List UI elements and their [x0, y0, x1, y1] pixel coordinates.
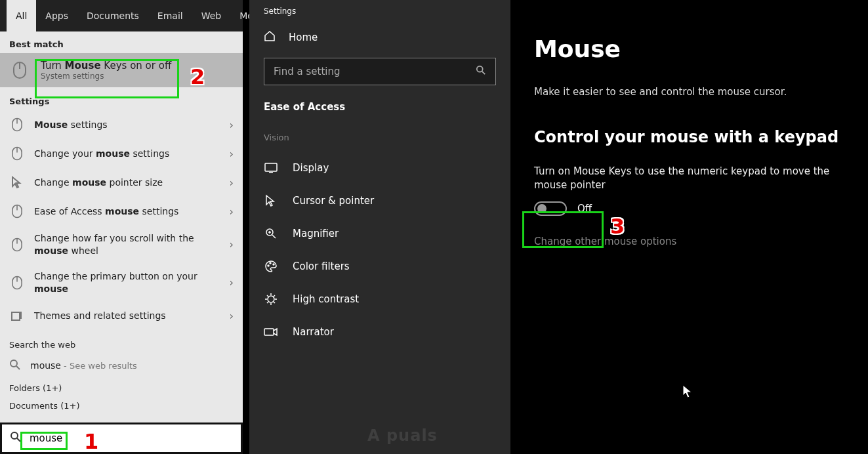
search-tab-documents[interactable]: Documents [77, 0, 148, 31]
nav-item-display[interactable]: Display [249, 152, 510, 184]
web-sub: - See web results [61, 361, 137, 371]
nav-item-high-contrast[interactable]: High contrast [249, 283, 510, 316]
search-icon [10, 431, 22, 445]
mouse-keys-toggle[interactable] [534, 201, 567, 216]
result-text: Change your mouse settings [34, 148, 220, 160]
search-bar [0, 423, 243, 454]
search-icon [476, 65, 486, 78]
settings-sidebar: Settings Home Find a setting Ease of Acc… [249, 0, 510, 454]
nav-label: Display [293, 162, 329, 174]
svg-point-25 [268, 265, 269, 266]
narrator-icon [264, 325, 278, 339]
svg-point-27 [273, 264, 274, 265]
search-tab-web[interactable]: Web [192, 0, 231, 31]
home-icon [264, 30, 276, 45]
result-text: Ease of Access mouse settings [34, 205, 220, 218]
display-icon [264, 161, 278, 175]
search-tab-all[interactable]: All [7, 0, 36, 31]
svg-line-18 [482, 72, 485, 74]
home-label: Home [289, 31, 318, 43]
result-text: Themes and related settings [34, 310, 220, 322]
search-tab-email[interactable]: Email [148, 0, 192, 31]
ease-of-access-title: Ease of Access [249, 94, 510, 130]
result-text: Change mouse pointer size [34, 176, 220, 189]
nav-label: Magnifier [293, 228, 339, 239]
result-item[interactable]: Change the primary button on your mouse› [0, 264, 243, 302]
nav-label: Narrator [293, 326, 334, 338]
page-title: Mouse [534, 35, 844, 62]
sidebar-home[interactable]: Home [249, 22, 510, 55]
svg-point-13 [10, 360, 17, 367]
result-item[interactable]: Ease of Access mouse settings› [0, 197, 243, 226]
svg-line-22 [272, 235, 276, 238]
search-input[interactable] [30, 432, 233, 444]
chevron-right-icon: › [230, 148, 234, 160]
chevron-right-icon: › [230, 119, 234, 131]
result-text: Change how far you scroll with the mouse… [34, 232, 220, 257]
svg-rect-19 [265, 163, 277, 171]
find-setting-input[interactable]: Find a setting [264, 58, 496, 85]
contrast-icon [264, 292, 278, 306]
best-match-item[interactable]: Turn Mouse Keys on or off System setting… [0, 53, 243, 87]
mouse-icon [9, 117, 25, 133]
search-tab-apps[interactable]: Apps [36, 0, 77, 31]
nav-item-cursor-pointer[interactable]: Cursor & pointer [249, 184, 510, 217]
pointer-icon [9, 175, 25, 190]
vision-group-label: Vision [249, 130, 510, 152]
watermark: A puals [367, 426, 438, 445]
result-text: Change the primary button on your mouse [34, 270, 220, 295]
section-desc: Turn on Mouse Keys to use the numeric ke… [534, 165, 844, 192]
callout-3: 3 [610, 214, 625, 239]
section-heading: Control your mouse with a keypad [534, 128, 844, 146]
svg-point-15 [11, 432, 18, 439]
svg-rect-12 [12, 312, 20, 320]
nav-item-color-filters[interactable]: Color filters [249, 250, 510, 283]
documents-label[interactable]: Documents (1+) [0, 396, 243, 413]
svg-point-26 [270, 262, 271, 264]
result-item[interactable]: Mouse settings› [0, 110, 243, 139]
result-item[interactable]: Change mouse pointer size› [0, 168, 243, 197]
cursor-icon [682, 384, 693, 402]
mouse-icon [9, 275, 25, 291]
cursor-icon [264, 194, 278, 208]
mouse-icon [9, 146, 25, 161]
chevron-right-icon: › [230, 176, 234, 189]
settings-title: Settings [249, 0, 510, 22]
themes-icon [9, 308, 25, 324]
chevron-right-icon: › [230, 310, 234, 322]
settings-section-label: Settings [0, 87, 243, 110]
svg-point-28 [268, 296, 274, 302]
nav-label: Cursor & pointer [293, 195, 374, 207]
toggle-state-label: Off [577, 203, 592, 215]
magnifier-icon [264, 226, 278, 241]
mouse-icon [9, 60, 30, 81]
page-subtitle: Make it easier to see and control the mo… [534, 86, 844, 98]
search-tabs: All Apps Documents Email Web Mo [0, 0, 243, 31]
svg-line-14 [16, 366, 20, 369]
palette-icon [264, 259, 278, 274]
callout-1: 1 [84, 429, 98, 454]
nav-item-narrator[interactable]: Narrator [249, 316, 510, 348]
nav-label: High contrast [293, 293, 359, 305]
nav-label: Color filters [293, 260, 350, 272]
result-item[interactable]: Themes and related settings› [0, 302, 243, 331]
find-setting-placeholder: Find a setting [274, 66, 340, 77]
nav-item-magnifier[interactable]: Magnifier [249, 217, 510, 250]
result-item[interactable]: Change how far you scroll with the mouse… [0, 226, 243, 264]
other-mouse-options-link[interactable]: Change other mouse options [534, 236, 844, 247]
mouse-keys-toggle-row: Off [534, 201, 844, 216]
web-section-label: Search the web [0, 331, 243, 354]
chevron-right-icon: › [230, 276, 234, 289]
mouse-icon [9, 203, 25, 219]
web-term: mouse [30, 360, 61, 371]
folders-label[interactable]: Folders (1+) [0, 378, 243, 396]
web-result-item[interactable]: mouse - See web results [0, 354, 243, 378]
chevron-right-icon: › [230, 238, 234, 251]
svg-rect-29 [264, 329, 274, 335]
svg-line-16 [17, 438, 20, 442]
search-panel: All Apps Documents Email Web Mo Best mat… [0, 0, 243, 454]
mouse-icon [9, 237, 25, 253]
best-match-header: Best match [0, 31, 243, 53]
result-item[interactable]: Change your mouse settings› [0, 139, 243, 168]
chevron-right-icon: › [230, 205, 234, 218]
